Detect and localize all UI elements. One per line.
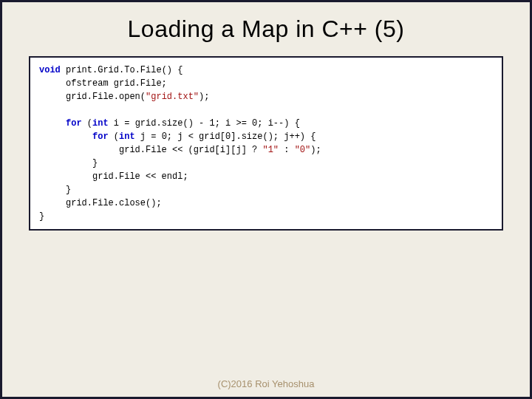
string-literal: "grid.txt" [146, 92, 199, 102]
code-line: for (int i = grid.size() - 1; i >= 0; i-… [39, 117, 493, 130]
keyword-int: int [119, 132, 135, 142]
code-line: for (int j = 0; j < grid[0].size(); j++)… [39, 130, 493, 143]
keyword-for: for [66, 118, 82, 129]
code-line: grid.File << endl; [39, 170, 493, 183]
code-line: } [39, 157, 493, 170]
code-line: } [39, 183, 493, 197]
keyword-int: int [92, 118, 109, 129]
code-line: void print.Grid.To.File() { [39, 64, 493, 77]
code-line: ofstream grid.File; [39, 77, 493, 90]
string-literal: "0" [295, 145, 311, 155]
string-literal: "1" [262, 145, 279, 155]
slide-title: Loading a Map in C++ (5) [2, 2, 530, 53]
code-line: grid.File << (grid[i][j] ? "1" : "0"); [39, 143, 493, 157]
copyright-footer: (C)2016 Roi Yehoshua [2, 378, 530, 389]
code-line: grid.File.open("grid.txt"); [39, 90, 493, 103]
keyword-for: for [92, 132, 109, 142]
code-line: } [39, 210, 493, 223]
keyword-void: void [39, 65, 61, 75]
code-block: void print.Grid.To.File() { ofstream gri… [29, 56, 503, 231]
code-line: grid.File.close(); [39, 197, 493, 210]
